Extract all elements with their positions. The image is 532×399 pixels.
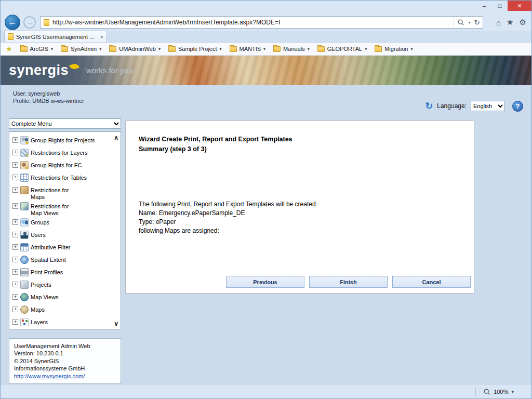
tab-title: SynerGIS Usermanagement ...: [16, 34, 98, 40]
maximize-button[interactable]: □: [492, 1, 508, 11]
language-select[interactable]: English: [471, 101, 505, 111]
title-bar: – □ ×: [1, 1, 531, 14]
tree-item-label: Layers: [31, 317, 48, 326]
tree-item-label: Maps: [31, 305, 45, 313]
address-bar[interactable]: http://w-ws-wintner/UserManagementAdminW…: [40, 16, 483, 29]
finish-button[interactable]: Finish: [309, 276, 388, 288]
user-bar: User: synergisweb Profile: UMDB w-ws-win…: [1, 85, 531, 116]
favorite-item[interactable]: Migration▾: [375, 46, 413, 52]
back-button[interactable]: ←: [5, 15, 20, 30]
synergis-website-link[interactable]: http://www.mysynergis.com/: [14, 373, 85, 379]
cancel-button[interactable]: Cancel: [392, 276, 471, 288]
tree-item-groups[interactable]: +Groups: [11, 217, 110, 229]
group-rights-for-fc-icon: [20, 161, 29, 169]
zoom-level[interactable]: 100%: [494, 389, 508, 395]
tree-item-restrictions-for-maps[interactable]: +Restrictions for Maps: [11, 184, 110, 201]
home-icon[interactable]: ⌂: [496, 18, 501, 27]
favorites-icon[interactable]: ★: [507, 18, 513, 27]
tree-item-group-rights-for-fc[interactable]: +Group Rights for FC: [11, 159, 110, 172]
expand-icon[interactable]: +: [12, 282, 18, 287]
expand-icon[interactable]: +: [12, 137, 18, 143]
previous-button[interactable]: Previous: [226, 276, 304, 288]
refresh-language-icon[interactable]: ↻: [425, 100, 433, 112]
autocomplete-caret-icon[interactable]: ▾: [468, 20, 470, 25]
chevron-down-icon: ▾: [308, 47, 310, 51]
expand-icon[interactable]: +: [12, 219, 18, 225]
tree-item-print-profiles[interactable]: +Print Profiles: [11, 267, 110, 279]
expand-icon[interactable]: +: [12, 187, 18, 193]
expand-icon[interactable]: +: [12, 244, 18, 250]
minimize-button[interactable]: –: [476, 1, 492, 11]
favorite-item[interactable]: UMAdminWeb▾: [109, 46, 161, 52]
tree-item-maps[interactable]: +Maps: [11, 304, 110, 316]
tree-item-layers[interactable]: +Layers: [11, 316, 110, 329]
tab-close-icon[interactable]: ×: [100, 34, 103, 40]
favorites-star-icon[interactable]: ★: [6, 45, 12, 53]
expand-icon[interactable]: +: [12, 232, 18, 237]
favorite-label: UMAdminWeb: [119, 46, 156, 52]
tree-item-label: Print Profiles: [31, 268, 63, 276]
refresh-icon[interactable]: ↻: [474, 18, 480, 26]
app-banner: synergis works for you: [1, 56, 531, 85]
expand-icon[interactable]: +: [12, 319, 18, 325]
expand-icon[interactable]: +: [12, 294, 18, 300]
expand-icon[interactable]: +: [12, 257, 18, 262]
chevron-down-icon: ▾: [99, 47, 101, 51]
tree-item-attributive-filter[interactable]: +Attributive Filter: [11, 242, 110, 254]
tree-item-group-rights-for-projects[interactable]: +Group Rights for Projects: [11, 135, 110, 147]
scroll-up-icon[interactable]: ∧: [114, 134, 118, 141]
summary-line: following Maps are assigned:: [139, 227, 471, 235]
tree-item-users[interactable]: +Users: [11, 229, 110, 242]
groups-icon: [20, 218, 29, 227]
favorite-item[interactable]: Sample Project▾: [168, 46, 222, 52]
tree-item-label: Restrictions for Tables: [31, 173, 87, 181]
expand-icon[interactable]: +: [12, 203, 18, 209]
browser-tab[interactable]: SynerGIS Usermanagement ... ×: [4, 31, 107, 42]
expand-icon[interactable]: +: [12, 162, 18, 168]
expand-icon[interactable]: +: [12, 307, 18, 312]
favorite-item[interactable]: Manuals▾: [273, 46, 310, 52]
zoom-caret-icon[interactable]: ▾: [511, 389, 514, 394]
tree-item-restrictions-for-map-views[interactable]: +Restrictions for Map Views: [11, 201, 110, 217]
help-icon[interactable]: ?: [512, 101, 523, 112]
tree-item-spatial-extent[interactable]: +Spatial Extent: [11, 254, 110, 267]
user-line: User: synergisweb: [13, 90, 84, 97]
status-bar: 100% ▾: [1, 384, 531, 398]
favorites-bar-items: ArcGIS▾SynAdmin▾UMAdminWeb▾Sample Projec…: [20, 46, 413, 52]
tree-item-restrictions-for-layers[interactable]: +Restrictions for Layers: [11, 147, 110, 159]
expand-icon[interactable]: +: [12, 175, 18, 180]
favorite-item[interactable]: ArcGIS▾: [20, 46, 53, 52]
settings-gear-icon[interactable]: ⚙: [520, 18, 526, 27]
favorite-label: MANTIS: [240, 46, 261, 52]
summary-line: Name: Emergency.ePaperSample_DE: [139, 209, 471, 218]
zoom-icon[interactable]: [483, 388, 490, 395]
language-cluster: ↻ Language: English ?: [425, 96, 523, 116]
logo: synergis works for you: [1, 62, 132, 78]
tab-row: SynerGIS Usermanagement ... ×: [1, 31, 531, 43]
favorite-item[interactable]: GEOPORTAL▾: [317, 46, 367, 52]
print-profiles-icon: [20, 268, 29, 276]
about-box: UserManagement Admin Web Version: 10.230…: [9, 338, 121, 384]
wizard-step-title: Summary (step 3 of 3): [139, 144, 471, 154]
search-icon[interactable]: [457, 19, 464, 26]
tree-item-data-sources[interactable]: +Data Sources: [11, 329, 110, 329]
forward-button[interactable]: →: [23, 16, 36, 29]
favorite-item[interactable]: MANTIS▾: [230, 46, 266, 52]
chevron-down-icon: ▾: [410, 47, 413, 51]
menu-filter-select[interactable]: Complete Menu: [9, 118, 121, 129]
tree-item-restrictions-for-tables[interactable]: +Restrictions for Tables: [11, 172, 110, 184]
close-button[interactable]: ×: [508, 1, 531, 11]
chevron-down-icon: ▾: [365, 47, 367, 51]
scroll-down-icon[interactable]: ∨: [114, 320, 118, 327]
about-version: Version: 10.230.0.1: [14, 350, 116, 357]
tree-item-projects[interactable]: +Projects: [11, 279, 110, 291]
expand-icon[interactable]: +: [12, 150, 18, 155]
wizard-title: Wizard Create Print, Report and Export T…: [139, 135, 471, 144]
restrictions-for-layers-icon: [20, 149, 29, 157]
tree-item-map-views[interactable]: +Map Views: [11, 291, 110, 304]
expand-icon[interactable]: +: [12, 269, 18, 275]
content-area: Complete Menu ∧ ∨ +Group Rights for Proj…: [1, 116, 531, 384]
projects-icon: [20, 281, 29, 289]
favorite-item[interactable]: SynAdmin▾: [61, 46, 101, 52]
window-controls: – □ ×: [476, 1, 531, 11]
